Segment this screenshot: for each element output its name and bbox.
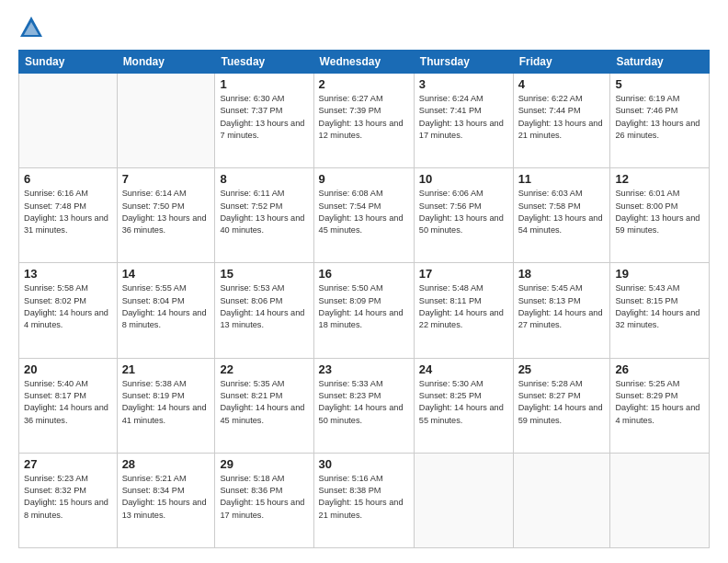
calendar-cell: 9Sunrise: 6:08 AM Sunset: 7:54 PM Daylig… xyxy=(313,168,414,263)
calendar-cell: 13Sunrise: 5:58 AM Sunset: 8:02 PM Dayli… xyxy=(19,263,118,358)
calendar-cell: 4Sunrise: 6:22 AM Sunset: 7:44 PM Daylig… xyxy=(513,74,610,168)
day-info: Sunrise: 5:38 AM Sunset: 8:19 PM Dayligh… xyxy=(122,378,210,427)
calendar-cell xyxy=(19,74,118,168)
day-info: Sunrise: 5:43 AM Sunset: 8:15 PM Dayligh… xyxy=(615,282,704,331)
calendar-cell: 17Sunrise: 5:48 AM Sunset: 8:11 PM Dayli… xyxy=(414,263,513,358)
calendar-cell: 10Sunrise: 6:06 AM Sunset: 7:56 PM Dayli… xyxy=(414,168,513,263)
weekday-header-saturday: Saturday xyxy=(610,51,710,74)
day-info: Sunrise: 6:19 AM Sunset: 7:46 PM Dayligh… xyxy=(615,93,704,142)
calendar-cell xyxy=(117,74,215,168)
day-number: 1 xyxy=(220,77,308,91)
day-info: Sunrise: 5:23 AM Sunset: 8:32 PM Dayligh… xyxy=(24,473,112,522)
day-number: 20 xyxy=(24,362,112,376)
day-info: Sunrise: 5:50 AM Sunset: 8:09 PM Dayligh… xyxy=(319,282,409,331)
calendar-cell: 6Sunrise: 6:16 AM Sunset: 7:48 PM Daylig… xyxy=(19,168,118,263)
calendar-cell xyxy=(414,453,513,547)
calendar-week-4: 20Sunrise: 5:40 AM Sunset: 8:17 PM Dayli… xyxy=(19,358,710,453)
day-number: 6 xyxy=(24,172,112,186)
weekday-header-tuesday: Tuesday xyxy=(215,51,313,74)
day-info: Sunrise: 6:30 AM Sunset: 7:37 PM Dayligh… xyxy=(220,93,308,142)
day-info: Sunrise: 5:16 AM Sunset: 8:38 PM Dayligh… xyxy=(319,473,409,522)
day-info: Sunrise: 5:18 AM Sunset: 8:36 PM Dayligh… xyxy=(220,473,308,522)
day-number: 2 xyxy=(319,77,409,91)
day-info: Sunrise: 6:01 AM Sunset: 8:00 PM Dayligh… xyxy=(615,188,704,236)
day-number: 13 xyxy=(24,267,112,281)
day-info: Sunrise: 5:33 AM Sunset: 8:23 PM Dayligh… xyxy=(319,378,409,427)
day-info: Sunrise: 5:40 AM Sunset: 8:17 PM Dayligh… xyxy=(24,378,112,427)
day-number: 30 xyxy=(319,457,409,471)
calendar-cell: 3Sunrise: 6:24 AM Sunset: 7:41 PM Daylig… xyxy=(414,74,513,168)
calendar-cell: 29Sunrise: 5:18 AM Sunset: 8:36 PM Dayli… xyxy=(215,453,313,547)
calendar-cell: 23Sunrise: 5:33 AM Sunset: 8:23 PM Dayli… xyxy=(313,358,414,453)
day-number: 3 xyxy=(419,77,508,91)
day-info: Sunrise: 6:06 AM Sunset: 7:56 PM Dayligh… xyxy=(419,188,508,236)
day-number: 22 xyxy=(220,362,308,376)
calendar-cell: 16Sunrise: 5:50 AM Sunset: 8:09 PM Dayli… xyxy=(313,263,414,358)
header xyxy=(18,15,710,40)
day-info: Sunrise: 6:14 AM Sunset: 7:50 PM Dayligh… xyxy=(122,188,210,236)
day-number: 8 xyxy=(220,172,308,186)
day-number: 24 xyxy=(419,362,508,376)
calendar-cell: 25Sunrise: 5:28 AM Sunset: 8:27 PM Dayli… xyxy=(513,358,610,453)
calendar-week-5: 27Sunrise: 5:23 AM Sunset: 8:32 PM Dayli… xyxy=(19,453,710,547)
day-info: Sunrise: 5:55 AM Sunset: 8:04 PM Dayligh… xyxy=(122,282,210,331)
calendar-header-row: SundayMondayTuesdayWednesdayThursdayFrid… xyxy=(19,51,710,74)
calendar-cell: 26Sunrise: 5:25 AM Sunset: 8:29 PM Dayli… xyxy=(610,358,710,453)
weekday-header-friday: Friday xyxy=(513,51,610,74)
day-info: Sunrise: 6:11 AM Sunset: 7:52 PM Dayligh… xyxy=(220,188,308,236)
calendar-cell: 21Sunrise: 5:38 AM Sunset: 8:19 PM Dayli… xyxy=(117,358,215,453)
calendar-cell: 18Sunrise: 5:45 AM Sunset: 8:13 PM Dayli… xyxy=(513,263,610,358)
calendar-table: SundayMondayTuesdayWednesdayThursdayFrid… xyxy=(18,50,710,548)
day-info: Sunrise: 6:22 AM Sunset: 7:44 PM Dayligh… xyxy=(518,93,606,142)
calendar-cell: 20Sunrise: 5:40 AM Sunset: 8:17 PM Dayli… xyxy=(19,358,118,453)
calendar-cell: 12Sunrise: 6:01 AM Sunset: 8:00 PM Dayli… xyxy=(610,168,710,263)
calendar-cell xyxy=(513,453,610,547)
day-info: Sunrise: 6:03 AM Sunset: 7:58 PM Dayligh… xyxy=(518,188,606,236)
day-number: 23 xyxy=(319,362,409,376)
day-number: 5 xyxy=(615,77,704,91)
calendar-cell: 15Sunrise: 5:53 AM Sunset: 8:06 PM Dayli… xyxy=(215,263,313,358)
day-info: Sunrise: 6:24 AM Sunset: 7:41 PM Dayligh… xyxy=(419,93,508,142)
calendar-cell: 7Sunrise: 6:14 AM Sunset: 7:50 PM Daylig… xyxy=(117,168,215,263)
day-number: 28 xyxy=(122,457,210,471)
calendar-week-3: 13Sunrise: 5:58 AM Sunset: 8:02 PM Dayli… xyxy=(19,263,710,358)
day-info: Sunrise: 5:21 AM Sunset: 8:34 PM Dayligh… xyxy=(122,473,210,522)
day-info: Sunrise: 5:48 AM Sunset: 8:11 PM Dayligh… xyxy=(419,282,508,331)
day-number: 10 xyxy=(419,172,508,186)
day-number: 15 xyxy=(220,267,308,281)
day-info: Sunrise: 5:28 AM Sunset: 8:27 PM Dayligh… xyxy=(518,378,606,427)
calendar-cell: 5Sunrise: 6:19 AM Sunset: 7:46 PM Daylig… xyxy=(610,74,710,168)
calendar-cell: 8Sunrise: 6:11 AM Sunset: 7:52 PM Daylig… xyxy=(215,168,313,263)
day-info: Sunrise: 5:35 AM Sunset: 8:21 PM Dayligh… xyxy=(220,378,308,427)
day-info: Sunrise: 5:58 AM Sunset: 8:02 PM Dayligh… xyxy=(24,282,112,331)
calendar-cell: 2Sunrise: 6:27 AM Sunset: 7:39 PM Daylig… xyxy=(313,74,414,168)
calendar-cell: 14Sunrise: 5:55 AM Sunset: 8:04 PM Dayli… xyxy=(117,263,215,358)
weekday-header-monday: Monday xyxy=(117,51,215,74)
day-info: Sunrise: 5:30 AM Sunset: 8:25 PM Dayligh… xyxy=(419,378,508,427)
day-number: 27 xyxy=(24,457,112,471)
day-number: 11 xyxy=(518,172,606,186)
calendar-cell: 30Sunrise: 5:16 AM Sunset: 8:38 PM Dayli… xyxy=(313,453,414,547)
logo-icon xyxy=(18,15,44,40)
calendar-week-2: 6Sunrise: 6:16 AM Sunset: 7:48 PM Daylig… xyxy=(19,168,710,263)
weekday-header-sunday: Sunday xyxy=(19,51,118,74)
day-info: Sunrise: 6:27 AM Sunset: 7:39 PM Dayligh… xyxy=(319,93,409,142)
day-info: Sunrise: 5:45 AM Sunset: 8:13 PM Dayligh… xyxy=(518,282,606,331)
day-number: 4 xyxy=(518,77,606,91)
day-number: 18 xyxy=(518,267,606,281)
day-number: 7 xyxy=(122,172,210,186)
day-number: 14 xyxy=(122,267,210,281)
logo xyxy=(18,15,48,40)
calendar-cell: 28Sunrise: 5:21 AM Sunset: 8:34 PM Dayli… xyxy=(117,453,215,547)
day-info: Sunrise: 5:53 AM Sunset: 8:06 PM Dayligh… xyxy=(220,282,308,331)
calendar-cell: 19Sunrise: 5:43 AM Sunset: 8:15 PM Dayli… xyxy=(610,263,710,358)
day-number: 9 xyxy=(319,172,409,186)
day-number: 12 xyxy=(615,172,704,186)
day-info: Sunrise: 5:25 AM Sunset: 8:29 PM Dayligh… xyxy=(615,378,704,427)
day-number: 21 xyxy=(122,362,210,376)
day-info: Sunrise: 6:16 AM Sunset: 7:48 PM Dayligh… xyxy=(24,188,112,236)
day-number: 19 xyxy=(615,267,704,281)
weekday-header-thursday: Thursday xyxy=(414,51,513,74)
day-number: 29 xyxy=(220,457,308,471)
page: SundayMondayTuesdayWednesdayThursdayFrid… xyxy=(0,0,728,563)
